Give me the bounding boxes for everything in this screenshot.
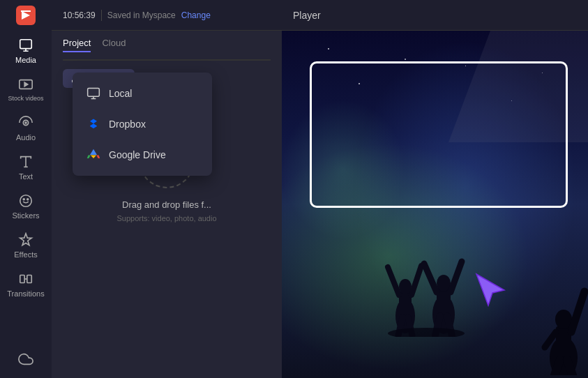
sidebar-item-media[interactable]: Media xyxy=(0,31,52,70)
sidebar-label-stock: Stock videos xyxy=(8,95,43,103)
sidebar-label-effects: Effects xyxy=(14,250,37,259)
cursor-arrow xyxy=(473,271,508,312)
supports-text: Supports: video, photo, audio xyxy=(116,214,216,222)
sidebar-label-audio: Audio xyxy=(16,133,36,142)
dropdown-item-gdrive[interactable]: Google Drive xyxy=(73,139,212,170)
player-title: Player xyxy=(293,10,321,21)
svg-rect-8 xyxy=(20,275,24,282)
timestamp: 10:56:39 xyxy=(63,10,96,20)
sidebar-item-effects[interactable]: Effects xyxy=(0,225,52,264)
sidebar: Media Stock videos Audio xyxy=(0,0,52,378)
svg-point-7 xyxy=(27,199,29,200)
silhouette-main xyxy=(381,225,472,340)
upload-dropdown: Local Dropbox Google Drive xyxy=(73,73,212,176)
sidebar-item-audio[interactable]: Audio xyxy=(0,108,52,147)
sidebar-item-transitions[interactable]: Transitions xyxy=(0,264,52,303)
sidebar-label-stickers: Stickers xyxy=(12,211,39,220)
svg-rect-1 xyxy=(20,40,32,49)
tabs-container: Project Cloud xyxy=(63,38,271,52)
video-player xyxy=(282,31,588,378)
gdrive-icon xyxy=(86,148,100,162)
silhouette-right xyxy=(525,236,588,378)
dropbox-icon xyxy=(86,117,100,131)
saved-status: Saved in Myspace xyxy=(107,10,176,20)
middle-panel: 10:56:39 Saved in Myspace Change Project… xyxy=(52,0,282,378)
dropdown-label-local: Local xyxy=(109,88,132,99)
dropdown-item-dropbox[interactable]: Dropbox xyxy=(73,109,212,139)
app-logo xyxy=(16,6,36,25)
svg-rect-9 xyxy=(27,275,31,282)
drag-text: Drag and drop files f... xyxy=(122,199,211,210)
tab-project[interactable]: Project xyxy=(63,38,91,52)
local-icon xyxy=(86,86,100,100)
svg-rect-12 xyxy=(88,89,100,97)
dropdown-label-gdrive: Google Drive xyxy=(109,149,166,160)
svg-point-4 xyxy=(25,122,27,123)
player-panel: Player xyxy=(282,0,588,378)
tab-cloud[interactable]: Cloud xyxy=(102,38,126,52)
sidebar-item-more[interactable] xyxy=(0,345,52,372)
svg-point-5 xyxy=(20,195,32,207)
dropdown-item-local[interactable]: Local xyxy=(73,78,212,109)
sidebar-label-text: Text xyxy=(19,172,33,181)
change-link[interactable]: Change xyxy=(181,10,211,20)
app-wrapper: Media Stock videos Audio xyxy=(0,0,588,378)
sidebar-label-transitions: Transitions xyxy=(7,289,44,298)
sidebar-label-media: Media xyxy=(15,56,36,64)
sidebar-item-stock[interactable]: Stock videos xyxy=(0,70,52,108)
dropdown-label-dropbox: Dropbox xyxy=(109,119,146,130)
sidebar-item-text[interactable]: Text xyxy=(0,147,52,186)
sidebar-item-stickers[interactable]: Stickers xyxy=(0,186,52,225)
svg-point-6 xyxy=(23,199,24,200)
